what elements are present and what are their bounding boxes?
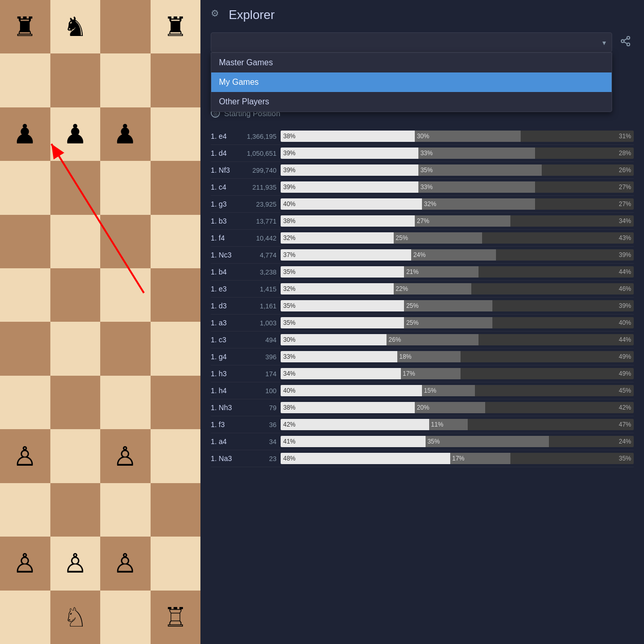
share-icon[interactable] (617, 33, 634, 52)
move-name: 1. e3 (211, 285, 236, 293)
dropdown-option-1[interactable]: My Games (211, 72, 612, 92)
board-cell-16 (0, 215, 50, 268)
move-count: 10,442 (241, 234, 277, 242)
move-name: 1. Nf3 (211, 166, 236, 174)
draw-bar: 22% (394, 283, 471, 295)
board-cell-28 (0, 376, 50, 429)
move-row[interactable]: 1. h317434%17%49% (211, 365, 634, 382)
board-cell-12 (0, 161, 50, 214)
win-draw-bar: 30%26%44% (281, 334, 634, 345)
move-row[interactable]: 1. a43441%35%24% (211, 433, 634, 450)
chess-piece: ♘ (63, 602, 87, 633)
move-name: 1. d3 (211, 302, 236, 310)
board-cell-8: ♟ (0, 107, 50, 161)
move-count: 211,935 (241, 183, 277, 191)
chess-piece: ♙ (63, 548, 87, 579)
board-cell-18 (100, 215, 151, 268)
board-cell-15 (151, 161, 201, 214)
white-bar: 35% (281, 300, 404, 311)
chess-piece: ♙ (113, 441, 137, 472)
move-count: 3,238 (241, 268, 277, 276)
draw-bar: 33% (418, 181, 535, 193)
move-row[interactable]: 1. Nh37938%20%42% (211, 399, 634, 416)
draw-bar: 15% (422, 385, 475, 396)
move-row[interactable]: 1. h410040%15%45% (211, 382, 634, 399)
move-row[interactable]: 1. a31,00335%25%40% (211, 315, 634, 332)
dropdown-option-0[interactable]: Master Games (211, 53, 612, 72)
board-cell-26 (100, 322, 151, 375)
white-bar: 35% (281, 266, 404, 278)
move-row[interactable]: 1. b313,77138%27%34% (211, 213, 634, 230)
board-cell-42: ♙ (100, 537, 151, 590)
black-bar: 34% (510, 215, 634, 227)
black-bar: 47% (468, 419, 634, 430)
dropdown-option-2[interactable]: Other Players (211, 92, 612, 112)
board-cell-31 (151, 376, 201, 429)
chess-board: ♜♞♜♟♟♟♙♙♙♙♙♘♖ (0, 0, 200, 644)
board-cell-6 (100, 53, 151, 107)
move-row[interactable]: 1. f33642%11%47% (211, 416, 634, 433)
board-cell-22 (100, 268, 151, 322)
chess-piece: ♙ (13, 441, 37, 472)
board-cell-1: ♞ (50, 0, 101, 53)
board-cell-7 (151, 53, 201, 107)
board-cell-0: ♜ (0, 0, 50, 53)
draw-bar: 25% (404, 300, 492, 311)
move-row[interactable]: 1. d41,050,65139%33%28% (211, 145, 634, 162)
white-bar: 33% (281, 351, 397, 362)
win-draw-bar: 39%35%26% (281, 164, 634, 176)
draw-bar: 27% (415, 215, 510, 227)
right-panel: ⚙ Explorer ▾ Master GamesMy GamesOther P… (200, 0, 644, 644)
gear-icon[interactable]: ⚙ (211, 8, 219, 19)
explorer-type-dropdown[interactable] (211, 32, 612, 52)
win-draw-bar: 38%27%34% (281, 215, 634, 227)
move-row[interactable]: 1. Na32348%17%35% (211, 450, 634, 467)
board-cell-11 (151, 107, 201, 161)
white-bar: 39% (281, 164, 418, 176)
white-bar: 37% (281, 249, 411, 261)
black-bar: 31% (521, 131, 634, 142)
win-draw-bar: 35%25%40% (281, 317, 634, 328)
move-row[interactable]: 1. e31,41532%22%46% (211, 281, 634, 298)
move-row[interactable]: 1. d31,16135%25%39% (211, 298, 634, 315)
board-cell-19 (151, 215, 201, 268)
toolbar: ▾ Master GamesMy GamesOther Players (211, 32, 634, 52)
move-row[interactable]: 1. Nf3299,74039%35%26% (211, 162, 634, 179)
win-draw-bar: 39%33%28% (281, 148, 634, 159)
board-cell-43 (151, 537, 201, 590)
draw-bar: 20% (415, 402, 485, 413)
move-name: 1. h3 (211, 370, 236, 378)
chess-piece: ♞ (63, 11, 87, 42)
board-cell-35 (151, 429, 201, 483)
chess-piece: ♟ (13, 119, 37, 150)
black-bar: 40% (492, 317, 634, 328)
move-count: 79 (241, 404, 277, 412)
black-bar: 26% (542, 164, 634, 176)
win-draw-bar: 38%30%31% (281, 131, 634, 142)
board-cell-17 (50, 215, 101, 268)
move-row[interactable]: 1. c349430%26%44% (211, 332, 634, 348)
move-row[interactable]: 1. e41,366,19538%30%31% (211, 128, 634, 145)
white-bar: 35% (281, 317, 404, 328)
white-bar: 41% (281, 436, 426, 447)
move-row[interactable]: 1. f410,44232%25%43% (211, 230, 634, 247)
win-draw-bar: 40%32%27% (281, 198, 634, 210)
black-bar: 28% (535, 148, 634, 159)
board-cell-23 (151, 268, 201, 322)
black-bar: 43% (482, 232, 634, 244)
white-bar: 40% (281, 385, 422, 396)
move-row[interactable]: 1. g439633%18%49% (211, 348, 634, 365)
draw-bar: 35% (426, 436, 549, 447)
move-count: 1,366,195 (241, 133, 277, 140)
move-row[interactable]: 1. b43,23835%21%44% (211, 264, 634, 281)
move-row[interactable]: 1. c4211,93539%33%27% (211, 179, 634, 196)
draw-bar: 17% (450, 453, 510, 464)
move-row[interactable]: 1. Nc34,77437%24%39% (211, 247, 634, 264)
board-cell-9: ♟ (50, 107, 101, 161)
move-row[interactable]: 1. g323,92540%32%27% (211, 196, 634, 213)
white-bar: 40% (281, 198, 422, 210)
white-bar: 34% (281, 368, 401, 379)
moves-table: 1. e41,366,19538%30%31%1. d41,050,65139%… (211, 128, 634, 467)
draw-bar: 25% (404, 317, 492, 328)
board-cell-25 (50, 322, 101, 375)
